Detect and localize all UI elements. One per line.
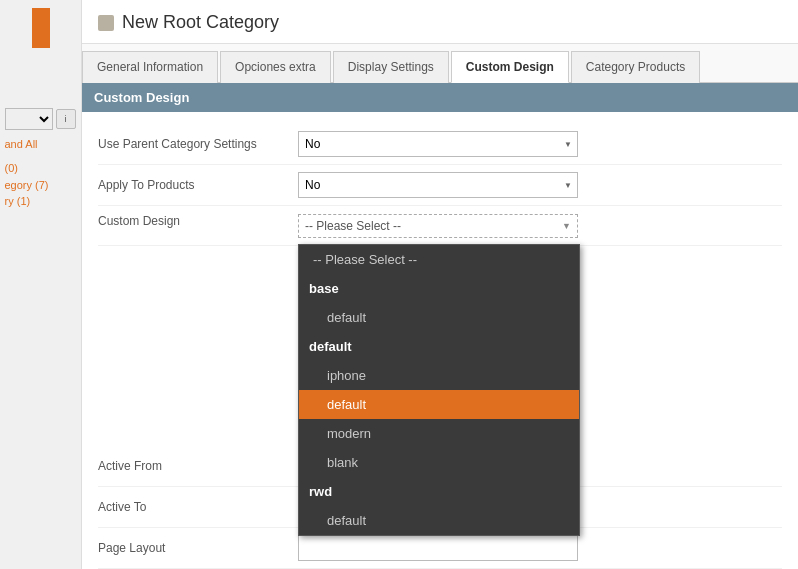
dropdown-item-default-blank[interactable]: blank [299, 448, 579, 477]
sidebar-link-2[interactable]: ry (1) [5, 193, 77, 210]
custom-design-dropdown: -- Please Select -- base default default… [298, 244, 580, 536]
sidebar-orange-block [32, 8, 50, 48]
page-header: New Root Category [82, 0, 798, 44]
app-layout: i and All (0) egory (7) ry (1) New Root … [0, 0, 798, 569]
row-use-parent: Use Parent Category Settings No Yes [98, 124, 782, 165]
label-active-to: Active To [98, 500, 298, 514]
dropdown-item-default-default[interactable]: default [299, 390, 579, 419]
tab-custom-design[interactable]: Custom Design [451, 51, 569, 83]
main-content: New Root Category General Information Op… [82, 0, 798, 569]
custom-design-chevron: ▼ [562, 221, 571, 231]
dropdown-item-placeholder[interactable]: -- Please Select -- [299, 245, 579, 274]
input-page-layout[interactable] [298, 535, 578, 561]
sidebar-and-all[interactable]: and All [5, 138, 77, 150]
select-wrapper-use-parent: No Yes [298, 131, 578, 157]
label-active-from: Active From [98, 459, 298, 473]
tab-display[interactable]: Display Settings [333, 51, 449, 83]
row-apply-products: Apply To Products No Yes [98, 165, 782, 206]
custom-design-select-trigger[interactable]: -- Please Select -- ▼ [298, 214, 578, 238]
field-use-parent: No Yes [298, 131, 782, 157]
field-page-layout [298, 535, 782, 561]
label-use-parent: Use Parent Category Settings [98, 137, 298, 151]
section-header: Custom Design [82, 83, 798, 112]
tab-category-products[interactable]: Category Products [571, 51, 700, 83]
label-custom-design: Custom Design [98, 214, 298, 228]
dropdown-group-rwd: rwd [299, 477, 579, 506]
dropdown-item-default-modern[interactable]: modern [299, 419, 579, 448]
field-custom-design: -- Please Select -- ▼ -- Please Select -… [298, 214, 782, 238]
dropdown-group-default: default [299, 332, 579, 361]
tab-opciones[interactable]: Opciones extra [220, 51, 331, 83]
custom-design-value: -- Please Select -- [305, 219, 401, 233]
dropdown-item-base-default[interactable]: default [299, 303, 579, 332]
page-title: New Root Category [122, 12, 279, 33]
select-apply-products[interactable]: No Yes [298, 172, 578, 198]
sidebar-link-1[interactable]: egory (7) [5, 177, 77, 194]
sidebar: i and All (0) egory (7) ry (1) [0, 0, 82, 569]
tab-general[interactable]: General Information [82, 51, 218, 83]
content-area: Custom Design Use Parent Category Settin… [82, 83, 798, 569]
label-page-layout: Page Layout [98, 541, 298, 555]
form-body: Use Parent Category Settings No Yes Appl… [82, 112, 798, 569]
tab-bar: General Information Opciones extra Displ… [82, 44, 798, 83]
select-wrapper-apply-products: No Yes [298, 172, 578, 198]
field-apply-products: No Yes [298, 172, 782, 198]
row-custom-design: Custom Design -- Please Select -- ▼ -- P… [98, 206, 782, 246]
sidebar-select-area: i [5, 108, 77, 130]
select-use-parent[interactable]: No Yes [298, 131, 578, 157]
dropdown-item-rwd-default[interactable]: default [299, 506, 579, 535]
dropdown-item-default-iphone[interactable]: iphone [299, 361, 579, 390]
label-apply-products: Apply To Products [98, 178, 298, 192]
sidebar-select[interactable] [5, 108, 53, 130]
dropdown-group-base: base [299, 274, 579, 303]
sidebar-info-btn[interactable]: i [56, 109, 76, 129]
sidebar-link-0[interactable]: (0) [5, 160, 77, 177]
page-title-icon [98, 15, 114, 31]
